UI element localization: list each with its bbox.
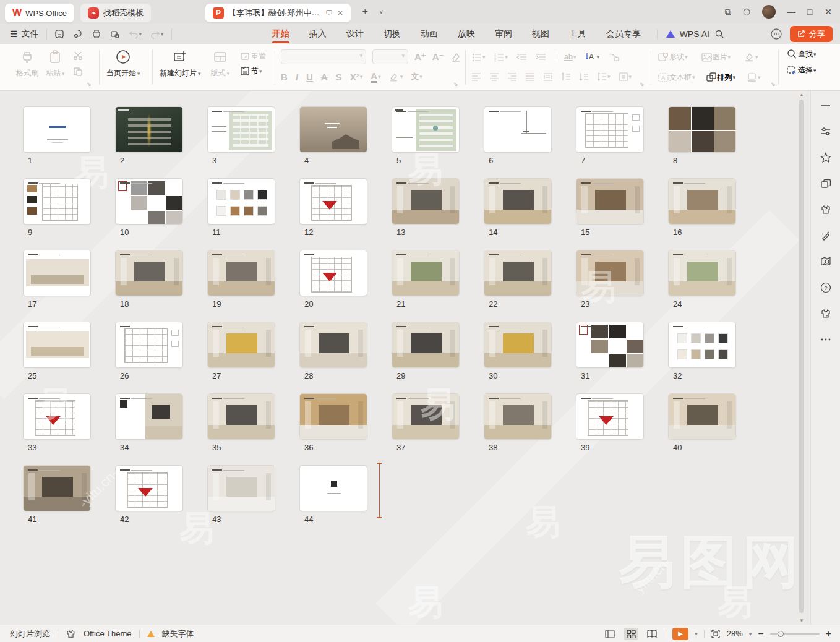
slide-thumbnail[interactable] [23,250,91,296]
text-direction-button[interactable]: A▾ [585,52,600,62]
font-dialog-launcher[interactable]: ⇘ [453,81,458,87]
format-painter-button[interactable]: 格式刷 [16,49,38,79]
slide-thumbnail[interactable] [668,322,736,368]
help-icon[interactable]: ? [820,281,832,294]
zoom-caret[interactable]: ▾ [749,631,752,637]
collapse-ribbon-icon[interactable] [820,100,832,112]
device-sync-icon[interactable]: ⧉ [720,4,736,20]
new-slide-button[interactable]: 新建幻灯片▾ [160,49,201,79]
wps-ai-entry[interactable]: WPS AI [657,29,724,39]
file-menu-button[interactable]: ☰ 文件 [0,28,46,40]
highlight-color-button[interactable]: ▾ [389,72,403,82]
slide-thumbnail[interactable] [115,322,183,368]
slide-library-icon[interactable] [820,178,832,190]
menu-tab-会员专享[interactable]: 会员专享 [599,26,648,42]
line-spacing-button[interactable]: ▾ [597,72,611,81]
tab-wps-office[interactable]: W WPS Office [5,4,74,22]
font-color-button[interactable]: A▾ [371,71,380,83]
menu-tab-视图[interactable]: 视图 [525,26,557,42]
slide-thumbnail[interactable] [576,393,644,440]
slide-23[interactable]: 23 [576,250,644,322]
vertical-scrollbar[interactable]: ▲ ▼ [798,91,805,625]
missing-fonts-label[interactable]: 缺失字体 [162,628,194,640]
slide-41[interactable]: 41 [23,465,91,537]
slide-thumbnail[interactable] [484,322,552,368]
slide-thumbnail[interactable] [23,106,91,153]
slide-thumbnail[interactable] [115,250,183,296]
slide-thumbnail[interactable] [115,106,183,153]
slide-14[interactable]: 14 [484,178,552,250]
slide-15[interactable]: 15 [576,178,644,250]
3d-box-icon[interactable]: ⬡ [739,4,755,20]
slide-22[interactable]: 22 [484,250,552,322]
normal-view-button[interactable] [602,628,617,640]
slide-thumbnail[interactable] [207,322,275,368]
menu-tab-设计[interactable]: 设计 [339,26,371,42]
asset-finder-icon[interactable] [820,255,832,268]
paste-button[interactable]: 粘贴▾ [46,49,65,79]
slide-27[interactable]: 27 [207,322,275,393]
slide-9[interactable]: 9 [23,178,91,250]
slide-2[interactable]: 2 [115,106,183,178]
slide-sorter-view-button[interactable] [624,628,638,640]
undo-button[interactable]: ▾ [129,29,142,39]
slide-thumbnail[interactable] [668,106,736,153]
slide-37[interactable]: 37 [392,393,460,465]
tab-docer-templates[interactable]: ❧ 找稻壳模板 [80,4,151,22]
slide-thumbnail[interactable] [392,250,460,296]
theme-shirt-icon[interactable] [820,307,832,320]
decrease-indent-icon[interactable] [516,53,527,62]
slide-thumbnail[interactable] [484,178,552,225]
select-button[interactable]: 选择▾ [787,65,816,75]
slide-12[interactable]: 12 [299,178,367,250]
slideshow-play-button[interactable]: ▶ [672,628,688,640]
slide-thumbnail[interactable] [576,322,644,368]
slide-38[interactable]: 38 [484,393,552,465]
export-pdf-icon[interactable] [73,29,83,39]
menu-tab-插入[interactable]: 插入 [302,26,334,42]
close-window-button[interactable]: ✕ [820,4,836,20]
slide-thumbnail[interactable] [576,178,644,225]
slide-thumbnail[interactable] [392,106,460,153]
slide-40[interactable]: 40 [668,393,736,465]
distribute-icon[interactable] [543,72,553,81]
slide-25[interactable]: 25 [23,322,91,393]
slide-thumbnail[interactable] [299,250,367,296]
slide-thumbnail[interactable] [299,322,367,368]
menu-tab-切换[interactable]: 切换 [376,26,408,42]
print-preview-icon[interactable] [110,29,120,39]
arrange-button[interactable]: 排列▾ [706,72,736,83]
font-family-select[interactable] [281,49,366,64]
slide-thumbnail[interactable] [23,393,91,440]
slide-thumbnail[interactable] [115,178,183,225]
menu-tab-开始[interactable]: 开始 [265,26,297,42]
slide-36[interactable]: 36 [299,393,367,465]
slide-13[interactable]: 13 [392,178,460,250]
slide-thumbnail[interactable] [668,250,736,296]
increase-indent-icon[interactable] [536,53,546,62]
slide-39[interactable]: 39 [576,393,644,465]
picture-button[interactable]: 图片▾ [701,52,731,62]
slide-thumbnail[interactable] [576,250,644,296]
pinyin-guide-button[interactable]: 文▾ [411,71,422,82]
scroll-down-arrow[interactable]: ▼ [799,618,804,623]
align-right-icon[interactable] [507,72,517,81]
slide-7[interactable]: 7 [576,106,644,178]
underline-button[interactable]: U [306,72,313,82]
slide-35[interactable]: 35 [207,393,275,465]
office-theme-label[interactable]: Office Theme [84,629,132,638]
character-spacing-button[interactable]: ab▾ [564,53,576,61]
slide-11[interactable]: 11 [207,178,275,250]
move-down-paragraph-icon[interactable] [579,72,589,81]
slide-1[interactable]: 1 [23,106,91,178]
slide-thumbnail[interactable] [207,393,275,440]
shapes-button[interactable]: 形状▾ [658,52,688,62]
slide-sorter-canvas[interactable]: 1234567891011121314151617181920212223242… [0,91,810,625]
find-button[interactable]: 查找▾ [787,49,816,59]
slide-26[interactable]: 26 [115,322,183,393]
font-size-select[interactable] [372,49,408,64]
slide-34[interactable]: 34 [115,393,183,465]
vertical-align-button[interactable]: ▾ [619,72,632,81]
zoom-slider-handle[interactable] [778,631,784,637]
slide-42[interactable]: 42 [115,465,183,537]
